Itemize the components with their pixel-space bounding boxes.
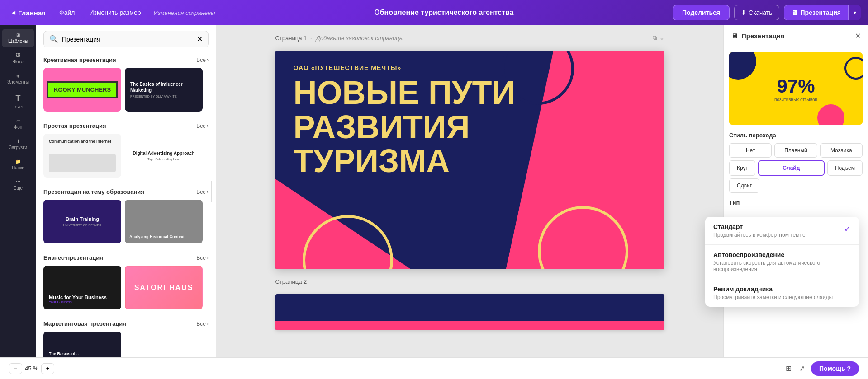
sidebar-item-text[interactable]: T Текст <box>2 90 34 113</box>
sidebar-item-elements[interactable]: ◈ Элементы <box>2 70 34 88</box>
section-header-education: Презентация на тему образования Все › <box>43 188 209 195</box>
template-analyzing[interactable]: Analyzing Historical Context <box>125 200 203 243</box>
bottom-bar: − 45 % + ⊞ ⤢ Помощь ? <box>0 357 868 379</box>
share-button[interactable]: Поделиться <box>673 5 730 20</box>
section-all-business[interactable]: Все › <box>196 255 209 261</box>
template-brain[interactable]: Brain Training UNIVERSITY OF DENVER <box>43 200 121 243</box>
chevron-right-icon: › <box>207 57 209 63</box>
section-header-creative: Креативная презентация Все › <box>43 56 209 63</box>
business-grid: Music for Your Business Your Business SA… <box>43 266 209 309</box>
education-grid: Brain Training UNIVERSITY OF DENVER Anal… <box>43 200 209 243</box>
type-label: Тип <box>729 199 863 206</box>
template-communication[interactable]: Communication and the Internet <box>43 134 121 178</box>
section-title-creative: Креативная презентация <box>43 56 116 63</box>
section-all-creative[interactable]: Все › <box>196 57 209 63</box>
transition-none[interactable]: Нет <box>729 143 772 158</box>
clear-search-icon[interactable]: ✕ <box>197 35 203 43</box>
communication-title: Communication and the Internet <box>49 139 116 144</box>
section-title-simple: Простая презентация <box>43 122 106 129</box>
sidebar-item-templates[interactable]: ⊞ Шаблоны <box>2 29 34 47</box>
text-icon: T <box>16 94 21 103</box>
templates-panel: 🔍 ✕ Креативная презентация Все › KOOKY M… <box>36 25 216 357</box>
kooky-inner: KOOKY MUNCHERS <box>47 81 118 98</box>
template-digital[interactable]: Digital Advertising Approach Type Subhea… <box>125 134 203 178</box>
influencer-subtitle: PRESENTED BY OLIVIA WHITE <box>130 95 197 98</box>
transition-circle[interactable]: Круг <box>729 160 755 176</box>
template-music[interactable]: Music for Your Business Your Business <box>43 266 121 309</box>
section-all-education[interactable]: Все › <box>196 189 209 195</box>
page-1-label: Страница 1 <box>275 35 307 42</box>
page-1-title-input[interactable]: Добавьте заголовок страницы <box>316 35 404 42</box>
help-button[interactable]: Помощь ? <box>811 361 859 376</box>
section-header-business: Бизнес-презентация Все › <box>43 254 209 261</box>
slide-thumbnail: 97% позитивных отзывов <box>729 52 863 125</box>
slide-2-preview[interactable] <box>275 294 664 330</box>
transition-mosaic[interactable]: Мозаика <box>820 143 863 158</box>
transition-rise[interactable]: Подъем <box>827 160 863 176</box>
transition-smooth[interactable]: Плавный <box>774 143 817 158</box>
thumb-circle-dark <box>844 57 863 80</box>
slide-company: ОАО «ПУТЕШЕСТВИЕ МЕЧТЫ» <box>294 64 565 71</box>
elements-icon: ◈ <box>16 73 20 78</box>
bottom-icons: ⊞ ⤢ <box>784 362 806 374</box>
sidebar-item-background[interactable]: ▭ Фон <box>2 115 34 133</box>
creative-grid: KOOKY MUNCHERS The Basics of Influencer … <box>43 68 209 112</box>
copy-page-icon[interactable]: ⧉ <box>653 34 657 42</box>
sidebar-item-folders[interactable]: 📁 Папки <box>2 155 34 174</box>
zoom-level: 45 % <box>25 365 38 372</box>
present-dropdown-button[interactable]: ▾ <box>849 5 861 20</box>
collapse-panel-button[interactable]: ‹ <box>211 181 216 202</box>
brain-title: Brain Training <box>66 216 99 222</box>
zoom-in-button[interactable]: + <box>41 363 54 374</box>
close-right-panel-button[interactable]: ✕ <box>855 32 861 40</box>
template-basics-mkt[interactable]: The Basics of... <box>43 332 121 357</box>
section-all-simple[interactable]: Все › <box>196 123 209 129</box>
template-satori[interactable]: SATORI HAUS <box>125 266 203 309</box>
music-subtitle: Your Business <box>49 300 116 304</box>
dropdown-autoplay[interactable]: Автовоспроизведение Установить скорость … <box>705 245 859 279</box>
chevron-right-icon-3: › <box>207 189 209 195</box>
topbar-actions: Поделиться ⬇ Скачать 🖥 Презентация ▾ <box>673 5 861 20</box>
chevron-left-collapse-icon: ‹ <box>215 187 216 196</box>
right-panel-header: 🖥 Презентация ✕ <box>724 25 868 47</box>
document-title: Обновление туристического агентства <box>219 9 669 17</box>
right-panel: 🖥 Презентация ✕ 97% позитивных отзывов С… <box>723 25 868 357</box>
resize-menu[interactable]: Изменить размер <box>84 6 146 19</box>
standard-subtitle: Продвигайтесь в комфортном темпе <box>713 232 806 238</box>
dropdown-standard[interactable]: Стандарт Продвигайтесь в комфортном темп… <box>705 217 859 244</box>
section-header-simple: Простая презентация Все › <box>43 122 209 129</box>
transition-shift-row: Сдвиг <box>729 178 863 193</box>
slide-1[interactable]: ОАО «ПУТЕШЕСТВИЕ МЕЧТЫ» НОВЫЕ ПУТИ РАЗВИ… <box>275 51 664 269</box>
transition-slide[interactable]: Слайд <box>758 160 825 176</box>
zoom-out-button[interactable]: − <box>9 363 22 374</box>
presenter-text: Режим докладчика Просматривайте заметки … <box>713 285 833 300</box>
right-panel-body: 97% позитивных отзывов Стиль перехода Не… <box>724 47 868 357</box>
main-layout: ⊞ Шаблоны 🖼 Фото ◈ Элементы T Текст ▭ Фо… <box>0 25 868 357</box>
presenter-subtitle: Просматривайте заметки и следующие слайд… <box>713 294 833 300</box>
download-button[interactable]: ⬇ Скачать <box>734 5 779 20</box>
fullscreen-button[interactable]: ⤢ <box>797 362 806 374</box>
present-button[interactable]: 🖥 Презентация <box>784 5 849 20</box>
search-input[interactable] <box>62 36 193 43</box>
file-menu[interactable]: Файл <box>54 6 80 19</box>
home-label: Главная <box>18 9 46 17</box>
creative-section: Креативная презентация Все › KOOKY MUNCH… <box>36 56 216 119</box>
transition-shift[interactable]: Сдвиг <box>729 178 759 193</box>
section-all-marketing[interactable]: Все › <box>196 321 209 327</box>
template-kooky[interactable]: KOOKY MUNCHERS <box>43 68 121 112</box>
influencer-title: The Basics of Influencer Marketing <box>130 81 197 93</box>
sidebar-item-photos[interactable]: 🖼 Фото <box>2 49 34 68</box>
present-button-group: 🖥 Презентация ▾ <box>784 5 861 20</box>
home-button[interactable]: ◂ Главная <box>7 6 50 19</box>
dropdown-presenter[interactable]: Режим докладчика Просматривайте заметки … <box>705 279 859 307</box>
monitor-icon: 🖥 <box>792 9 798 16</box>
chevron-right-icon-5: › <box>207 321 209 327</box>
sidebar-item-uploads[interactable]: ⬆ Загрузки <box>2 135 34 154</box>
presenter-title: Режим докладчика <box>713 285 833 293</box>
sidebar-item-more[interactable]: ••• Еще <box>2 176 34 194</box>
template-influencer[interactable]: The Basics of Influencer Marketing PRESE… <box>125 68 203 112</box>
expand-page-icon[interactable]: ⌄ <box>659 34 664 42</box>
slide-2-accent <box>275 321 664 330</box>
slide-text-area: ОАО «ПУТЕШЕСТВИЕ МЕЧТЫ» НОВЫЕ ПУТИ РАЗВИ… <box>294 64 565 178</box>
grid-view-button[interactable]: ⊞ <box>784 362 793 374</box>
